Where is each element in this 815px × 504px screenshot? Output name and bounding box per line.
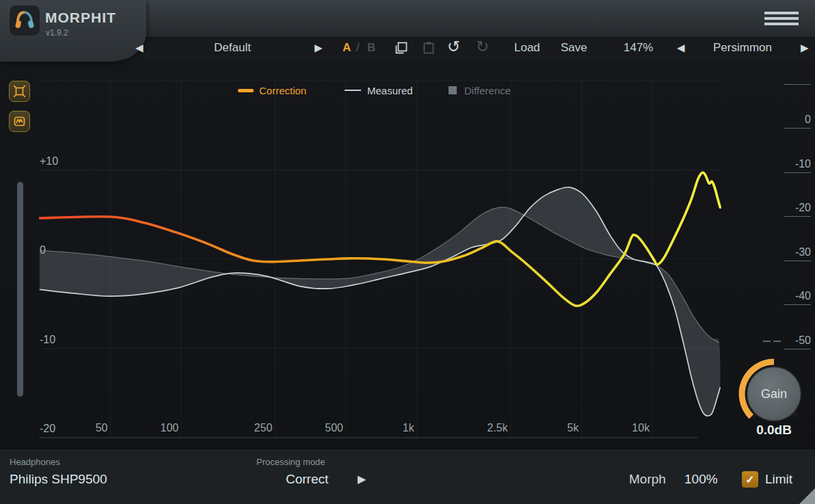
- y-axis-left-tick: 0: [40, 244, 46, 256]
- gain-knob[interactable]: Gain 0.0dB: [736, 352, 812, 436]
- y-axis-left-tick: -20: [40, 423, 55, 435]
- processing-mode-next-button[interactable]: ▶: [358, 473, 366, 486]
- x-axis-tick: 1k: [368, 422, 414, 434]
- y-axis-right-tickmark: [784, 128, 811, 129]
- morph-label: Morph: [629, 472, 666, 487]
- processing-mode-value[interactable]: Correct: [286, 472, 328, 487]
- y-axis-right-tick: -50: [784, 334, 811, 347]
- headphones-label: Headphones: [10, 457, 60, 467]
- y-axis-right-tick: -20: [784, 202, 811, 214]
- x-axis-tick: 10k: [603, 422, 650, 434]
- x-axis-tick: 100: [132, 422, 178, 434]
- gain-knob-label: Gain: [736, 387, 812, 401]
- resize-handle[interactable]: [799, 488, 815, 504]
- y-axis-right-tickmark: [784, 304, 811, 305]
- x-axis-tick: 500: [297, 422, 343, 434]
- x-axis-tick: 50: [62, 422, 108, 434]
- y-axis-right-tick: -10: [784, 158, 811, 170]
- y-axis-right-tick: -40: [784, 290, 811, 302]
- y-axis-right-tickmark: [784, 349, 811, 349]
- limit-label: Limit: [765, 472, 792, 487]
- y-axis-right-tickmark: [784, 261, 811, 261]
- y-axis-left-tick: +10: [40, 155, 58, 168]
- gain-value: 0.0dB: [736, 423, 812, 438]
- y-axis-left-tick: -10: [40, 334, 55, 346]
- knob-scale-dash: [773, 341, 781, 342]
- x-axis-tick: 2.5k: [462, 422, 508, 434]
- processing-mode-label: Processing mode: [256, 457, 325, 467]
- y-axis-right-tickmark: [784, 84, 811, 85]
- morphit-plugin-window: MORPHIT v1.9.2 ◀ Default ▶ A / B ↺ ↻ Loa…: [0, 0, 815, 504]
- y-axis-right-tickmark: [784, 172, 811, 173]
- y-axis-right-tick: 0: [784, 114, 811, 126]
- morph-value[interactable]: 100%: [684, 472, 718, 487]
- check-icon: ✓: [745, 473, 754, 486]
- y-axis-right-tickmark: [784, 216, 811, 217]
- limit-checkbox[interactable]: ✓: [742, 471, 758, 488]
- x-axis-tick: 250: [226, 422, 272, 434]
- x-axis-tick: 5k: [532, 422, 578, 434]
- knob-scale-dash: [763, 341, 771, 342]
- y-axis-right-tick: -30: [784, 246, 811, 258]
- headphones-selector[interactable]: Philips SHP9500: [10, 472, 107, 487]
